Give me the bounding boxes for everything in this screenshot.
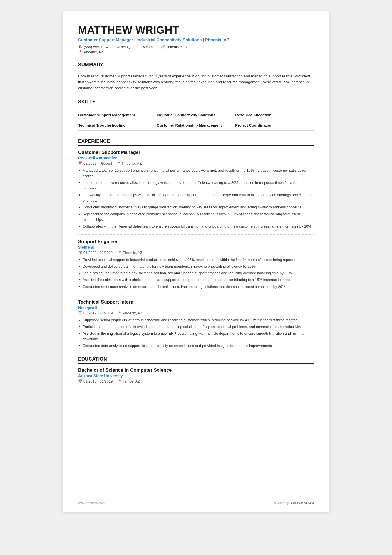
skill-item: Customer Support Management	[78, 110, 157, 120]
bullet-item: Led a project that integrated a new tick…	[78, 270, 314, 276]
skill-item: Project Coordination	[235, 120, 314, 131]
email-contact: ✉ help@enhancv.com	[117, 45, 153, 49]
experience-heading: EXPERIENCE	[78, 139, 314, 146]
education-heading: EDUCATION	[78, 356, 314, 364]
experience-section: EXPERIENCE Customer Support Manager Rock…	[78, 139, 314, 349]
edu-degree: Bachelor of Science in Computer Science	[78, 367, 314, 373]
skill-item: Customer Relationship Management	[157, 120, 235, 131]
bullet-item: Conducted monthly customer surveys to ga…	[78, 204, 314, 210]
bullet-item: Led weekly coordination meetings with se…	[78, 192, 314, 203]
bullet-item: Represented the company in escalated cus…	[78, 211, 314, 223]
page-footer: www.enhancv.com Powered by Enhancv	[78, 501, 314, 505]
job-meta: 📅 01/2020 - 01/2022 📍 Phoenix, AZ	[78, 251, 314, 255]
location-contact: 📍 Phoenix, AZ	[78, 50, 314, 54]
job-entry: Technical Support Intern Honeywell 📅 06/…	[78, 299, 314, 349]
job-company: Honeywell	[78, 305, 314, 310]
job-bullets: Provided technical support to industrial…	[78, 257, 314, 290]
email-icon: ✉	[117, 45, 120, 49]
bullet-item: Collaborated with the Renewal Sales team…	[78, 224, 314, 229]
calendar-icon: 📅	[78, 161, 82, 165]
powered-by-text: Powered by	[272, 501, 289, 505]
pin-icon: 📍	[118, 251, 122, 255]
footer-brand: Powered by Enhancv	[272, 501, 314, 505]
contact-row: ☎ (555) 555-1234 ✉ help@enhancv.com 🔗 li…	[78, 45, 314, 49]
pin-icon: 📍	[118, 311, 122, 315]
job-company: Siemens	[78, 245, 314, 250]
bullet-item: Assisted in the migration of a legacy sy…	[78, 331, 314, 342]
location-value: Phoenix, AZ	[84, 50, 103, 54]
footer-website: www.enhancv.com	[78, 501, 105, 505]
job-meta: 📅 06/2019 - 12/2019 📍 Phoenix, AZ	[78, 311, 314, 315]
linkedin-contact: 🔗 linkedin.com	[161, 45, 187, 49]
job-title: Customer Support Manager	[78, 150, 314, 155]
bullet-item: Conducted root cause analysis on recurre…	[78, 284, 314, 290]
skill-item: Industrial Connectivity Solutions	[157, 110, 235, 120]
skills-section: SKILLS Customer Support Management Indus…	[78, 99, 314, 131]
skills-grid: Customer Support Management Industrial C…	[78, 110, 314, 131]
job-meta: 📅 02/2022 - Present 📍 Phoenix, AZ	[78, 161, 314, 166]
resume-header: MATTHEW WRIGHT Customer Support Manager …	[78, 24, 314, 54]
summary-body: Enthusiastic Customer Support Manager wi…	[78, 73, 314, 91]
pin-icon: 📍	[118, 379, 122, 383]
pin-icon: 📍	[117, 162, 121, 165]
skill-item: Resource Allocation	[235, 110, 314, 120]
calendar-icon: 📅	[78, 251, 82, 255]
link-icon: 🔗	[161, 45, 165, 49]
enhancv-logo: Enhancv	[291, 501, 314, 505]
job-dates: 📅 06/2019 - 12/2019	[78, 311, 113, 315]
edu-school: Arizona State University	[78, 374, 314, 378]
job-bullets: Supported senior engineers with troubles…	[78, 317, 314, 349]
job-bullets: Managed a team of 10 support engineers, …	[78, 168, 314, 229]
edu-dates: 📅 01/2015 - 01/2019	[78, 379, 113, 383]
summary-section: SUMMARY Enthusiastic Customer Support Ma…	[78, 62, 314, 91]
bullet-item: Developed and delivered training materia…	[78, 264, 314, 269]
job-entry: Customer Support Manager Rockwell Automa…	[78, 150, 314, 229]
job-divider	[78, 234, 314, 235]
calendar-icon: 📅	[78, 311, 82, 315]
enhancv-logo-svg	[291, 501, 298, 505]
job-title: Support Engineer	[78, 239, 314, 245]
brand-name: Enhancv	[299, 501, 314, 505]
job-location: 📍 Phoenix, AZ	[118, 251, 142, 255]
email-value: help@enhancv.com	[121, 45, 153, 49]
education-section: EDUCATION Bachelor of Science in Compute…	[78, 356, 314, 383]
summary-heading: SUMMARY	[78, 62, 314, 69]
job-location: 📍 Phoenix, AZ	[117, 161, 142, 166]
edu-meta: 📅 01/2015 - 01/2019 📍 Tempe, AZ	[78, 379, 314, 383]
phone-value: (555) 555-1234	[84, 45, 108, 49]
job-title: Technical Support Intern	[78, 299, 314, 305]
calendar-icon: 📅	[78, 379, 82, 383]
edu-location: 📍 Tempe, AZ	[118, 379, 140, 383]
bullet-item: Supported senior engineers with troubles…	[78, 317, 314, 323]
job-company: Rockwell Automation	[78, 156, 314, 160]
job-entry: Support Engineer Siemens 📅 01/2020 - 01/…	[78, 239, 314, 290]
candidate-title: Customer Support Manager | Industrial Co…	[78, 37, 314, 42]
bullet-item: Provided technical support to industrial…	[78, 257, 314, 263]
phone-icon: ☎	[78, 45, 82, 49]
bullet-item: Participated in the creation of a knowle…	[78, 324, 314, 330]
linkedin-value: linkedin.com	[167, 45, 187, 49]
candidate-name: MATTHEW WRIGHT	[78, 24, 314, 36]
location-icon: 📍	[78, 50, 82, 54]
bullet-item: Managed a team of 10 support engineers, …	[78, 168, 314, 179]
job-dates: 📅 02/2022 - Present	[78, 161, 112, 166]
phone-contact: ☎ (555) 555-1234	[78, 45, 108, 49]
bullet-item: Implemented a new resource allocation st…	[78, 180, 314, 191]
job-divider	[78, 295, 314, 295]
resume-page: MATTHEW WRIGHT Customer Support Manager …	[63, 11, 329, 512]
job-location: 📍 Phoenix, AZ	[118, 311, 142, 315]
bullet-item: Conducted data analysis on support ticke…	[78, 343, 314, 349]
skill-item: Technical Troubleshooting	[78, 120, 157, 131]
job-dates: 📅 01/2020 - 01/2022	[78, 251, 113, 255]
skills-heading: SKILLS	[78, 99, 314, 106]
bullet-item: Assisted the sales team with technical q…	[78, 277, 314, 283]
